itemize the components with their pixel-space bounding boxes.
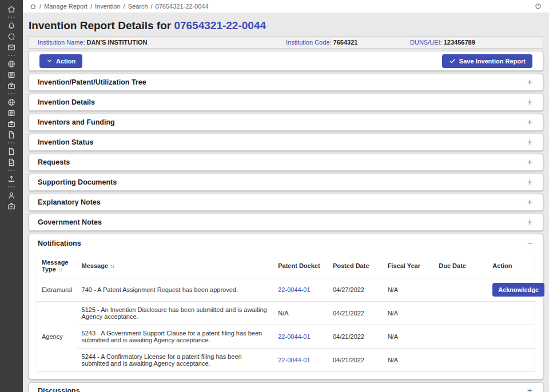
report-id: 07654321-22-0044 — [174, 19, 266, 31]
section-label: Supporting Documents — [38, 178, 117, 186]
patent-docket-link[interactable]: 22-0044-01 — [278, 333, 310, 340]
section-label: Requests — [38, 158, 70, 166]
patent-docket-cell: 22-0044-01 — [273, 349, 328, 372]
institution-code: Institution Code: 7654321 — [286, 39, 410, 46]
notification-row: Agency5125 - An Invention Disclosure has… — [37, 302, 535, 325]
notifications-header[interactable]: Notifications − — [29, 234, 543, 253]
message-cell: 740 - A Patent Assignment Request has be… — [77, 278, 274, 302]
breadcrumb-item-manage-report[interactable]: Manage Report — [44, 3, 87, 10]
page-content: Invention Report Details for 07654321-22… — [23, 13, 549, 392]
message-type-cell: Extramural — [37, 278, 77, 302]
column-header-fiscal-year: Fiscal Year — [383, 254, 435, 278]
section-invention-details[interactable]: Invention Details+ — [29, 94, 543, 111]
home-icon[interactable] — [30, 3, 37, 10]
chevron-down-icon — [46, 58, 53, 64]
breadcrumb-item-invention[interactable]: Invention — [95, 3, 121, 10]
briefcase-icon[interactable] — [7, 118, 16, 129]
notifications-table: Message Type↑↓Message↑↓Patent DocketPost… — [37, 254, 535, 371]
mail-icon[interactable] — [7, 42, 16, 53]
sort-icon[interactable]: ↑↓ — [58, 266, 62, 273]
duns-uei: DUNS/UEI: 123456789 — [410, 39, 534, 46]
column-header-due-date: Due Date — [434, 254, 488, 278]
patent-docket-cell: 22-0044-01 — [273, 278, 328, 302]
patent-docket-link[interactable]: 22-0044-01 — [278, 286, 310, 293]
card-icon[interactable] — [7, 69, 16, 80]
expand-icon[interactable]: + — [527, 218, 534, 227]
page-title-prefix: Invention Report Details for — [29, 19, 174, 31]
expand-icon[interactable]: + — [527, 138, 534, 147]
section-label: Discussions — [38, 387, 80, 392]
expand-icon[interactable]: + — [527, 78, 534, 87]
briefcase-icon[interactable] — [7, 201, 16, 211]
notifications-label: Notifications — [38, 239, 81, 247]
due-date-cell — [434, 349, 488, 372]
column-header-message[interactable]: Message↑↓ — [77, 254, 274, 278]
save-button-label: Save Invention Report — [459, 58, 526, 65]
section-government-notes[interactable]: Government Notes+ — [29, 214, 543, 231]
message-type-cell: Agency — [37, 302, 77, 372]
column-header-message-type[interactable]: Message Type↑↓ — [37, 254, 77, 278]
section-label: Invention/Patent/Utilization Tree — [38, 78, 146, 86]
column-header-posted-date: Posted Date — [328, 254, 383, 278]
section-label: Invention Details — [38, 98, 95, 106]
logout-power-button[interactable] — [534, 2, 542, 10]
fiscal-year-cell: N/A — [383, 325, 435, 349]
action-cell — [488, 302, 535, 325]
section-label: Government Notes — [38, 218, 102, 226]
patent-docket-link[interactable]: 22-0044-01 — [278, 357, 310, 363]
page-title: Invention Report Details for 07654321-22… — [29, 19, 543, 32]
expand-icon[interactable]: + — [527, 198, 534, 207]
accordion-sections-bottom: Discussions+ — [29, 382, 543, 392]
file-icon[interactable] — [7, 129, 16, 140]
posted-date-cell: 04/21/2022 — [328, 349, 383, 372]
column-header-patent-docket: Patent Docket — [273, 254, 328, 278]
fiscal-year-cell: N/A — [383, 349, 435, 372]
section-invention-status[interactable]: Invention Status+ — [29, 134, 543, 151]
section-discussions[interactable]: Discussions+ — [29, 382, 543, 392]
action-button[interactable]: Action — [39, 54, 82, 68]
expand-icon[interactable]: + — [527, 158, 534, 167]
collapse-icon[interactable]: − — [527, 239, 534, 248]
person-icon[interactable] — [7, 190, 16, 201]
globe-icon[interactable] — [7, 58, 16, 69]
notification-row: 5244 - A Confirmatory License for a pate… — [37, 349, 535, 372]
section-inventors-and-funding[interactable]: Inventors and Funding+ — [29, 114, 543, 131]
institution-code-label: Institution Code: — [286, 39, 332, 46]
section-requests[interactable]: Requests+ — [29, 154, 543, 171]
card-icon[interactable] — [7, 107, 16, 118]
expand-icon[interactable]: + — [527, 386, 534, 392]
message-cell: 5243 - A Government Support Clause for a… — [77, 325, 274, 349]
breadcrumb: /Manage Report/Invention/Search/07654321… — [30, 3, 209, 10]
section-notifications: Notifications − Message Type↑↓Message↑↓P… — [29, 234, 543, 379]
fiscal-year-cell: N/A — [383, 278, 435, 302]
save-invention-report-button[interactable]: Save Invention Report — [442, 54, 532, 68]
sort-icon[interactable]: ↑↓ — [110, 263, 114, 269]
notification-row: Extramural740 - A Patent Assignment Requ… — [37, 278, 535, 302]
acknowledge-button[interactable]: Acknowledge — [492, 283, 544, 297]
section-label: Explanatory Notes — [38, 198, 101, 206]
power-icon — [534, 2, 542, 10]
section-label: Inventors and Funding — [38, 118, 115, 126]
expand-icon[interactable]: + — [527, 178, 534, 187]
globe-icon[interactable] — [7, 97, 16, 107]
breadcrumb-item-search[interactable]: Search — [128, 3, 148, 10]
file-icon[interactable] — [7, 146, 16, 157]
fiscal-year-cell: N/A — [383, 302, 435, 325]
home-icon[interactable] — [7, 3, 16, 14]
file-badge-icon[interactable] — [7, 157, 16, 167]
top-bar: /Manage Report/Invention/Search/07654321… — [23, 0, 549, 13]
column-header-action: Action — [488, 254, 535, 278]
section-explanatory-notes[interactable]: Explanatory Notes+ — [29, 194, 543, 211]
section-invention-patent-utilization-tree[interactable]: Invention/Patent/Utilization Tree+ — [29, 74, 543, 91]
briefcase-icon[interactable] — [7, 80, 16, 91]
overflow-dots — [7, 140, 15, 146]
breadcrumb-item-07654321-22-0044[interactable]: 07654321-22-0044 — [156, 3, 209, 10]
chat-icon[interactable] — [7, 31, 16, 42]
expand-icon[interactable]: + — [527, 98, 534, 107]
upload-icon[interactable] — [7, 173, 16, 184]
main-column: /Manage Report/Invention/Search/07654321… — [23, 0, 549, 392]
expand-icon[interactable]: + — [527, 118, 534, 127]
bell-icon[interactable] — [7, 20, 16, 31]
section-supporting-documents[interactable]: Supporting Documents+ — [29, 174, 543, 191]
overflow-dots — [7, 14, 15, 20]
